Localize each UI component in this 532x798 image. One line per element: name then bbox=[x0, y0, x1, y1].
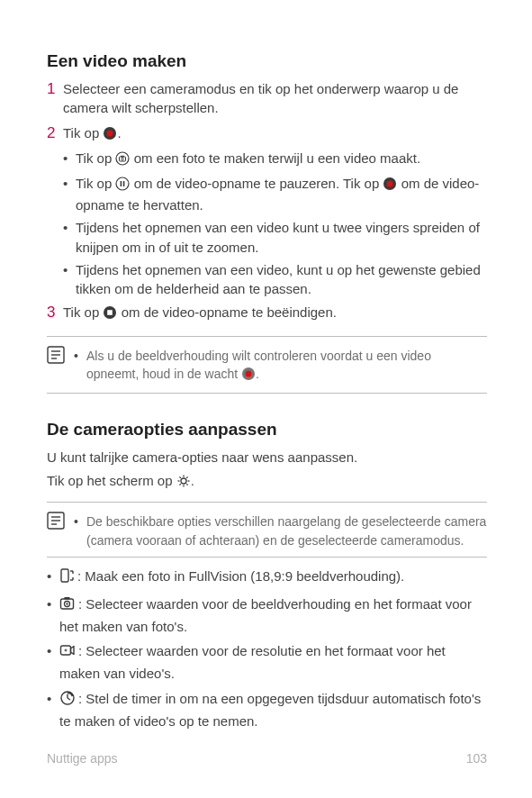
list-item: : Maak een foto in FullVision (18,9:9 be… bbox=[47, 567, 487, 589]
photo-size-icon bbox=[59, 595, 76, 617]
step-number: 1 bbox=[47, 79, 63, 99]
timer-icon bbox=[59, 690, 76, 712]
step-2-text: Tik op . bbox=[63, 123, 487, 146]
note-box-1: Als u de beeldverhouding wilt controlere… bbox=[47, 336, 487, 394]
note-text: Als u de beeldverhouding wilt controlere… bbox=[74, 347, 487, 386]
record-icon bbox=[241, 367, 256, 385]
capture-icon bbox=[115, 151, 130, 171]
gear-icon bbox=[176, 474, 191, 494]
step-number: 2 bbox=[47, 123, 63, 143]
step-1-text: Selecteer een cameramodus en tik op het … bbox=[63, 79, 487, 119]
note-text: De beschikbare opties verschillen naarge… bbox=[74, 512, 487, 549]
lead-text-1: U kunt talrijke camera-opties naar wens … bbox=[47, 448, 487, 467]
option-list: : Maak een foto in FullVision (18,9:9 be… bbox=[47, 567, 487, 730]
note-icon bbox=[47, 344, 74, 369]
stop-icon bbox=[103, 305, 117, 325]
footer-section: Nuttige apps bbox=[47, 749, 118, 767]
step-2: 2 Tik op . Tik op om een foto te maken t… bbox=[47, 123, 487, 299]
list-item: Tik op om de video-opname te pauzeren. T… bbox=[63, 174, 487, 216]
lead-text-2: Tik op het scherm op . bbox=[47, 471, 487, 494]
pause-icon bbox=[115, 177, 130, 196]
list-item: Tijdens het opnemen van een video kunt u… bbox=[63, 218, 487, 258]
list-item: Tijdens het opnemen van een video, kunt … bbox=[63, 260, 487, 300]
heading-options: De cameraopties aanpassen bbox=[47, 417, 487, 442]
step-3-text: Tik op om de video-opname te beëindigen. bbox=[63, 303, 487, 325]
page-content: Een video maken 1 Selecteer een cameramo… bbox=[0, 0, 532, 730]
list-item: : Selecteer waarden voor de beeldverhoud… bbox=[47, 594, 487, 637]
step-3: 3 Tik op om de video-opname te beëindige… bbox=[47, 303, 487, 327]
note-icon bbox=[47, 510, 74, 535]
footer-page-number: 103 bbox=[466, 749, 487, 767]
step-1: 1 Selecteer een cameramodus en tik op he… bbox=[47, 79, 487, 121]
page-footer: Nuttige apps 103 bbox=[47, 749, 487, 767]
record-icon bbox=[103, 126, 117, 146]
step-number: 3 bbox=[47, 303, 63, 322]
heading-video: Een video maken bbox=[47, 49, 487, 74]
record-icon bbox=[383, 177, 397, 196]
list-item: Tik op om een foto te maken terwijl u ee… bbox=[63, 149, 487, 171]
list-item: : Stel de timer in om na een opgegeven t… bbox=[47, 689, 487, 731]
video-size-icon bbox=[59, 642, 76, 664]
step-2-bullets: Tik op om een foto te maken terwijl u ee… bbox=[63, 149, 487, 299]
list-item: : Selecteer waarden voor de resolutie en… bbox=[47, 641, 487, 684]
fullvision-icon bbox=[59, 567, 75, 589]
note-box-2: De beschikbare opties verschillen naarge… bbox=[47, 502, 487, 558]
